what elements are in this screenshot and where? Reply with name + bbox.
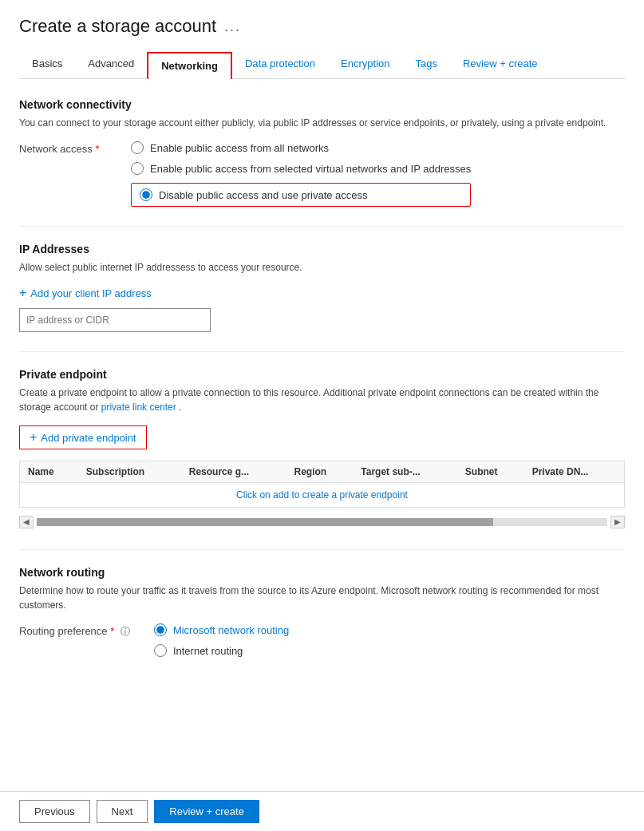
routing-option-internet-label: Internet routing xyxy=(173,645,243,657)
table-header-row: Name Subscription Resource g... Region T… xyxy=(20,461,624,483)
next-button[interactable]: Next xyxy=(97,800,148,823)
network-connectivity-section: Network connectivity You can connect to … xyxy=(19,98,625,207)
col-private-dns: Private DN... xyxy=(524,461,624,483)
footer: Previous Next Review + create xyxy=(0,791,644,831)
network-option-all-networks[interactable]: Enable public access from all networks xyxy=(131,141,471,154)
plus-icon-endpoint: + xyxy=(30,430,37,445)
col-region: Region xyxy=(286,461,354,483)
network-connectivity-title: Network connectivity xyxy=(19,98,625,111)
scrollbar-track[interactable] xyxy=(37,518,607,526)
network-option-selected-networks[interactable]: Enable public access from selected virtu… xyxy=(131,162,471,175)
routing-radio-microsoft[interactable] xyxy=(154,623,167,636)
private-link-center-link[interactable]: private link center xyxy=(101,402,176,413)
tab-advanced[interactable]: Advanced xyxy=(75,51,147,78)
col-subnet: Subnet xyxy=(457,461,524,483)
ip-addresses-title: IP Addresses xyxy=(19,243,625,255)
scroll-right-arrow[interactable]: ▶ xyxy=(610,516,625,528)
private-endpoint-section: Private endpoint Create a private endpoi… xyxy=(19,368,625,530)
plus-icon: + xyxy=(19,286,26,300)
col-subscription: Subscription xyxy=(78,461,181,483)
tab-review-create[interactable]: Review + create xyxy=(450,51,551,78)
network-routing-desc: Determine how to route your traffic as i… xyxy=(19,584,625,612)
routing-preference-field-row: Routing preference * ⓘ Microsoft network… xyxy=(19,623,625,657)
routing-option-internet[interactable]: Internet routing xyxy=(154,644,289,657)
tabs-bar: Basics Advanced Networking Data protecti… xyxy=(19,51,625,79)
page-title-text: Create a storage account xyxy=(19,16,216,37)
page-title-ellipsis: ... xyxy=(224,18,241,35)
routing-radio-internet[interactable] xyxy=(154,644,167,657)
tab-networking[interactable]: Networking xyxy=(147,52,232,79)
add-client-ip-label: Add your client IP address xyxy=(30,287,152,299)
info-icon: ⓘ xyxy=(121,626,130,637)
col-target-sub: Target sub-... xyxy=(353,461,457,483)
network-radio-disable[interactable] xyxy=(140,188,152,201)
network-access-field-row: Network access * Enable public access fr… xyxy=(19,141,625,207)
ip-addresses-desc: Allow select public internet IP addresse… xyxy=(19,260,625,275)
page-title: Create a storage account ... xyxy=(19,16,625,37)
tab-encryption[interactable]: Encryption xyxy=(328,51,402,78)
tab-data-protection[interactable]: Data protection xyxy=(232,51,328,78)
network-connectivity-desc: You can connect to your storage account … xyxy=(19,116,625,130)
divider-1 xyxy=(19,226,625,227)
scroll-left-arrow[interactable]: ◀ xyxy=(19,516,34,528)
scrollbar-thumb xyxy=(37,518,493,526)
routing-preference-label: Routing preference * ⓘ xyxy=(19,623,130,639)
table-empty-message: Click on add to create a private endpoin… xyxy=(20,483,624,508)
table-empty-row: Click on add to create a private endpoin… xyxy=(20,483,624,508)
previous-button[interactable]: Previous xyxy=(19,800,90,823)
network-access-radio-group: Enable public access from all networks E… xyxy=(131,141,471,207)
private-endpoint-table-wrapper: Name Subscription Resource g... Region T… xyxy=(19,461,625,508)
add-private-endpoint-label: Add private endpoint xyxy=(41,432,136,444)
network-radio-selected[interactable] xyxy=(131,162,144,175)
network-option-disable-public[interactable]: Disable public access and use private ac… xyxy=(131,183,471,207)
network-routing-title: Network routing xyxy=(19,566,625,579)
tab-tags[interactable]: Tags xyxy=(403,51,450,78)
routing-option-microsoft-label: Microsoft network routing xyxy=(173,624,289,636)
divider-2 xyxy=(19,351,625,352)
routing-option-microsoft[interactable]: Microsoft network routing xyxy=(154,623,289,636)
network-radio-all[interactable] xyxy=(131,141,144,154)
divider-3 xyxy=(19,549,625,550)
network-access-label: Network access * xyxy=(19,141,107,155)
ip-cidr-input[interactable] xyxy=(19,308,211,332)
add-client-ip-link[interactable]: + Add your client IP address xyxy=(19,286,625,300)
network-option-all-label: Enable public access from all networks xyxy=(150,142,329,154)
col-name: Name xyxy=(20,461,78,483)
ip-addresses-section: IP Addresses Allow select public interne… xyxy=(19,243,625,332)
table-scrollbar[interactable]: ◀ ▶ xyxy=(19,514,625,530)
network-routing-section: Network routing Determine how to route y… xyxy=(19,566,625,657)
private-endpoint-table: Name Subscription Resource g... Region T… xyxy=(20,461,624,507)
private-endpoint-title: Private endpoint xyxy=(19,368,625,381)
network-option-disable-label: Disable public access and use private ac… xyxy=(159,189,368,201)
routing-preference-radio-group: Microsoft network routing Internet routi… xyxy=(154,623,289,657)
tab-basics[interactable]: Basics xyxy=(19,51,75,78)
private-endpoint-desc: Create a private endpoint to allow a pri… xyxy=(19,386,625,414)
review-create-button[interactable]: Review + create xyxy=(154,800,259,823)
network-option-selected-label: Enable public access from selected virtu… xyxy=(150,163,471,175)
col-resource-group: Resource g... xyxy=(181,461,286,483)
add-private-endpoint-button[interactable]: + Add private endpoint xyxy=(19,425,147,449)
